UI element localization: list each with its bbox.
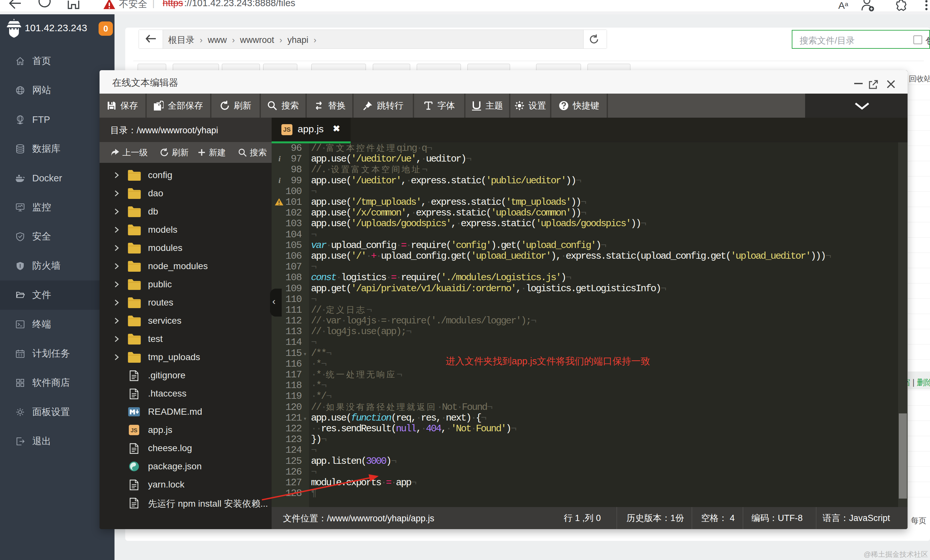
svg-text:JS: JS bbox=[131, 427, 138, 434]
